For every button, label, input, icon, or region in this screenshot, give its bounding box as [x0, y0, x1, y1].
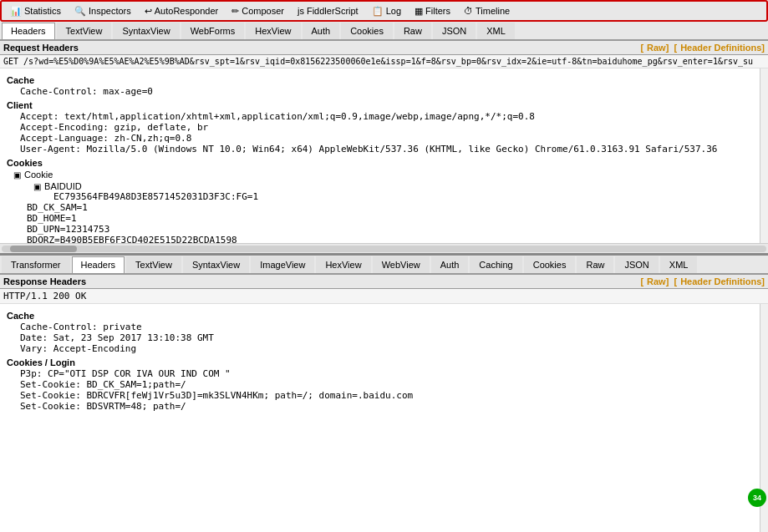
cache-control-private-item: Cache-Control: private — [20, 322, 755, 332]
response-header-title: Response Headers — [3, 276, 86, 286]
toolbar-statistics[interactable]: 📊 Statistics — [3, 4, 68, 18]
tab-request-cookies[interactable]: Cookies — [341, 23, 393, 39]
toolbar-filters-label: Filters — [425, 6, 450, 16]
tab-response-textview[interactable]: TextView — [126, 256, 181, 273]
toolbar-fiddlerscript-label: FiddlerScript — [307, 6, 359, 16]
tab-response-hexview[interactable]: HexView — [316, 256, 370, 273]
toolbar-composer-label: Composer — [242, 6, 284, 16]
tab-response-xml[interactable]: XML — [660, 256, 698, 273]
main-container: Headers TextView SyntaxView WebForms Hex… — [0, 22, 768, 532]
response-defs-link[interactable]: Header Definitions — [680, 276, 761, 286]
user-agent-item: User-Agent: Mozilla/5.0 (Windows NT 10.0… — [20, 144, 755, 155]
accept-language-item: Accept-Language: zh-CN,zh;q=0.8 — [20, 133, 755, 144]
toolbar-timeline-label: Timeline — [476, 6, 510, 16]
tab-request-auth[interactable]: Auth — [303, 23, 340, 39]
date-item: Date: Sat, 23 Sep 2017 13:10:38 GMT — [20, 332, 755, 343]
tab-response-auth[interactable]: Auth — [431, 256, 469, 273]
bd-home-item: BD_HOME=1 — [27, 213, 755, 224]
toolbar-log[interactable]: 📋 Log — [365, 4, 408, 18]
response-raw-link[interactable]: Raw — [647, 276, 666, 286]
tab-request-syntaxview[interactable]: SyntaxView — [113, 23, 179, 39]
request-scrollbar[interactable] — [760, 68, 768, 243]
filter-icon: ▦ — [415, 6, 423, 17]
baiduid-group: ▣ BAIDUID EC793564FB49A8D3E8571452031D3F… — [27, 181, 755, 202]
request-header-links: [Raw] [Header Definitions] — [640, 43, 765, 53]
bdorz-item: BDORZ=B490B5EBF6F3CD402E515D22BCDA1598 — [27, 235, 755, 243]
inspect-icon: 🔍 — [74, 6, 86, 17]
baiduid-expand-icon[interactable]: ▣ — [33, 182, 42, 191]
request-content-area[interactable]: Cache Cache-Control: max-age=0 Client Ac… — [0, 68, 768, 243]
bd-upn-item: BD_UPN=12314753 — [27, 224, 755, 235]
response-tab-bar: Transformer Headers TextView SyntaxView … — [0, 256, 768, 274]
bd-ck-sam-item: BD_CK_SAM=1 — [27, 202, 755, 213]
tab-request-headers[interactable]: Headers — [2, 23, 55, 39]
request-tab-bar: Headers TextView SyntaxView WebForms Hex… — [0, 22, 768, 40]
tab-transformer[interactable]: Transformer — [2, 256, 70, 273]
set-cookie-bd-ck-sam-item: Set-Cookie: BD_CK_SAM=1;path=/ — [20, 379, 755, 390]
set-cookie-bdrcvfr-item: Set-Cookie: BDRCVFR[feWj1Vr5u3D]=mk3SLVN… — [20, 390, 755, 401]
tab-response-cookies[interactable]: Cookies — [524, 256, 576, 273]
tab-request-textview[interactable]: TextView — [57, 23, 112, 39]
cookie-subgroup: ▣ Cookie — [13, 170, 755, 180]
toolbar-statistics-label: Statistics — [24, 6, 61, 16]
client-group-label: Client — [7, 100, 755, 110]
request-raw-link[interactable]: Raw — [647, 43, 666, 53]
composer-icon: ✏ — [231, 6, 239, 17]
toolbar-fiddlerscript[interactable]: js FiddlerScript — [291, 4, 365, 18]
toolbar-filters[interactable]: ▦ Filters — [408, 4, 457, 18]
tab-request-json[interactable]: JSON — [433, 23, 476, 39]
request-section-header: Request Headers [Raw] [Header Definition… — [0, 40, 768, 55]
response-status-line: HTTP/1.1 200 OK — [0, 289, 768, 304]
green-circle-badge: 34 — [748, 489, 766, 507]
response-section-header: Response Headers [Raw] [Header Definitio… — [0, 274, 768, 289]
tab-request-webforms[interactable]: WebForms — [181, 23, 245, 39]
log-icon: 📋 — [372, 6, 384, 17]
tab-response-json[interactable]: JSON — [615, 256, 658, 273]
tab-response-raw[interactable]: Raw — [577, 256, 613, 273]
cache-control-item: Cache-Control: max-age=0 — [20, 86, 755, 97]
request-panel: Headers TextView SyntaxView WebForms Hex… — [0, 22, 768, 256]
response-content-area[interactable]: Cache Cache-Control: private Date: Sat, … — [0, 304, 768, 532]
response-panel: Transformer Headers TextView SyntaxView … — [0, 256, 768, 532]
cookies-login-group-label: Cookies / Login — [7, 357, 755, 367]
tab-request-xml[interactable]: XML — [477, 23, 515, 39]
request-h-scrollbar-track — [2, 246, 766, 252]
tab-request-raw[interactable]: Raw — [394, 23, 431, 39]
tab-caching[interactable]: Caching — [470, 256, 521, 273]
baiduid-subgroup: ▣ BAIDUID — [33, 181, 755, 191]
green-circle-value: 34 — [753, 494, 761, 502]
toolbar-timeline[interactable]: ⏱ Timeline — [457, 4, 516, 18]
baiduid-value-item: EC793564FB49A8D3E8571452031D3F3C:FG=1 — [53, 191, 755, 202]
toolbar-composer[interactable]: ✏ Composer — [225, 4, 291, 18]
toolbar-log-label: Log — [386, 6, 401, 16]
response-cache-group-label: Cache — [7, 311, 755, 321]
tab-imageview[interactable]: ImageView — [251, 256, 314, 273]
set-cookie-bdsvrtm-item: Set-Cookie: BDSVRTM=48; path=/ — [20, 401, 755, 412]
cookies-group-label: Cookies — [7, 158, 755, 168]
timeline-icon: ⏱ — [464, 6, 473, 16]
tab-webview[interactable]: WebView — [373, 256, 430, 273]
toolbar-inspectors-label: Inspectors — [89, 6, 131, 16]
autoresponder-icon: ↩ — [145, 6, 152, 17]
tab-response-headers[interactable]: Headers — [72, 256, 125, 273]
request-header-title: Request Headers — [3, 43, 79, 53]
p3p-item: P3p: CP="OTI DSP COR IVA OUR IND COM " — [20, 368, 755, 379]
cache-group-label: Cache — [7, 75, 755, 85]
script-icon: js — [298, 6, 304, 16]
response-header-links: [Raw] [Header Definitions] — [640, 276, 765, 286]
tab-response-syntaxview[interactable]: SyntaxView — [183, 256, 249, 273]
request-defs-link[interactable]: Header Definitions — [680, 43, 761, 53]
toolbar-inspectors[interactable]: 🔍 Inspectors — [68, 4, 138, 18]
toolbar-autoresponder[interactable]: ↩ AutoResponder — [138, 4, 225, 18]
accept-encoding-item: Accept-Encoding: gzip, deflate, br — [20, 122, 755, 133]
response-content: Cache Cache-Control: private Date: Sat, … — [0, 304, 768, 532]
request-h-scrollbar[interactable] — [0, 243, 768, 253]
cookie-expand-icon[interactable]: ▣ — [13, 170, 22, 180]
tab-request-hexview[interactable]: HexView — [246, 23, 300, 39]
request-content: Cache Cache-Control: max-age=0 Client Ac… — [0, 68, 768, 253]
main-toolbar: 📊 Statistics 🔍 Inspectors ↩ AutoResponde… — [0, 0, 768, 22]
vary-item: Vary: Accept-Encoding — [20, 343, 755, 354]
accept-item: Accept: text/html,application/xhtml+xml,… — [20, 111, 755, 122]
request-h-scrollbar-thumb[interactable] — [10, 246, 77, 252]
chart-icon: 📊 — [10, 6, 22, 17]
